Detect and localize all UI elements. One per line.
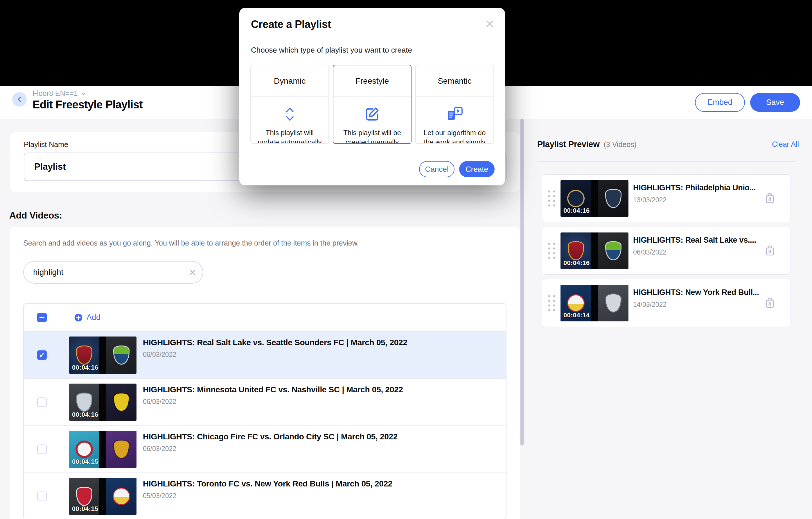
embed-button[interactable]: Embed xyxy=(695,93,745,112)
breadcrumb[interactable]: Floor8 EN==1 xyxy=(32,89,87,98)
preview-title: Playlist Preview xyxy=(537,139,600,149)
video-title: HIGHLIGHTS: Real Salt Lake vs. Seattle S… xyxy=(143,338,407,347)
video-row[interactable]: 00:04:15 HIGHLIGHTS: Chicago Fire FC vs.… xyxy=(24,426,506,472)
team-logo-left xyxy=(568,241,584,261)
row-checkbox[interactable] xyxy=(37,444,47,454)
plus-circle-icon xyxy=(74,313,83,322)
create-button[interactable]: Create xyxy=(459,161,495,177)
video-thumbnail: 00:04:15 xyxy=(69,478,137,515)
duration-badge: 00:04:15 xyxy=(72,505,98,513)
drag-handle-icon[interactable] xyxy=(548,190,556,206)
team-logo-right xyxy=(113,392,129,412)
preview-video-title: HIGHLIGHTS: Real Salt Lake vs.... xyxy=(633,236,756,245)
video-title: HIGHLIGHTS: Minnesota United FC vs. Nash… xyxy=(143,385,403,394)
option-label: Freestyle xyxy=(334,65,411,97)
add-label: Add xyxy=(87,313,100,322)
breadcrumb-label: Floor8 EN==1 xyxy=(32,89,78,98)
trash-icon xyxy=(764,191,776,204)
modal-title: Create a Playlist xyxy=(251,18,331,30)
add-videos-description: Search and add videos as you go along. Y… xyxy=(23,239,359,247)
team-logo-right xyxy=(113,488,130,505)
row-checkbox[interactable] xyxy=(37,491,47,501)
delete-button[interactable] xyxy=(764,296,776,310)
search-clear-icon[interactable] xyxy=(182,268,203,277)
video-row[interactable]: 00:04:16 HIGHLIGHTS: Minnesota United FC… xyxy=(24,378,506,426)
save-button[interactable]: Save xyxy=(750,93,800,112)
team-logo-right xyxy=(113,346,129,365)
team-logo-left xyxy=(76,440,93,458)
list-header: Add xyxy=(24,304,506,331)
chevron-down-icon xyxy=(80,90,87,97)
option-dynamic[interactable]: Dynamic This playlist will update automa… xyxy=(250,65,329,144)
modal-subtitle: Choose which type of playlist you want t… xyxy=(251,46,412,55)
option-label: Semantic xyxy=(416,65,493,97)
add-videos-card: Search and add videos as you go along. Y… xyxy=(9,227,520,519)
option-freestyle[interactable]: Freestyle This playlist will be created … xyxy=(333,65,411,144)
playlist-type-options: Dynamic This playlist will update automa… xyxy=(250,65,494,144)
video-search-input[interactable] xyxy=(24,268,182,277)
duration-badge: 00:04:16 xyxy=(563,207,589,215)
preview-video-date: 14/03/2022 xyxy=(633,301,667,309)
preview-video-date: 13/03/2022 xyxy=(633,196,667,204)
video-thumbnail: 00:04:16 xyxy=(560,233,629,269)
row-checkbox[interactable] xyxy=(37,350,47,360)
video-date: 06/03/2022 xyxy=(143,351,176,359)
add-videos-heading: Add Videos: xyxy=(9,210,62,221)
video-row[interactable]: 00:04:15 HIGHLIGHTS: Toronto FC vs. New … xyxy=(24,472,506,519)
clear-all-link[interactable]: Clear All xyxy=(772,140,799,148)
video-date: 06/03/2022 xyxy=(143,445,176,453)
preview-card: 00:04:16 HIGHLIGHTS: Real Salt Lake vs..… xyxy=(542,227,791,275)
video-results-list: Add 00:04:16 HIGHLIGHTS: Real Salt Lake … xyxy=(23,303,506,519)
duration-badge: 00:04:14 xyxy=(563,311,589,319)
video-thumbnail: 00:04:14 xyxy=(560,285,629,321)
team-logo-right xyxy=(605,189,621,208)
preview-count: (3 Videos) xyxy=(604,140,637,149)
video-title: HIGHLIGHTS: Toronto FC vs. New York Red … xyxy=(143,479,393,489)
page-title: Edit Freestyle Playlist xyxy=(32,99,143,111)
vertical-scrollbar[interactable] xyxy=(520,118,524,445)
divider xyxy=(537,161,796,162)
video-thumbnail: 00:04:15 xyxy=(69,431,137,468)
delete-button[interactable] xyxy=(764,191,776,206)
option-description: This playlist will be created manually f… xyxy=(339,128,406,144)
video-thumbnail: 00:04:16 xyxy=(560,180,629,217)
edit-square-icon xyxy=(339,104,406,124)
video-thumbnail: 00:04:16 xyxy=(69,336,137,374)
drag-handle-icon[interactable] xyxy=(548,295,556,311)
chevron-left-icon xyxy=(15,95,24,104)
trash-icon xyxy=(764,244,776,257)
team-logo-right xyxy=(605,241,621,261)
playlist-name-label: Playlist Name xyxy=(24,140,68,149)
option-semantic[interactable]: Semantic Let our algorithm do the work a… xyxy=(415,65,494,144)
preview-video-title: HIGHLIGHTS: New York Red Bull... xyxy=(633,288,759,297)
video-row[interactable]: 00:04:16 HIGHLIGHTS: Real Salt Lake vs. … xyxy=(24,331,506,378)
team-logo-left xyxy=(567,190,585,207)
cancel-button[interactable]: Cancel xyxy=(419,161,455,177)
team-logo-left xyxy=(76,487,92,506)
option-description: Let our algorithm do the work and simply… xyxy=(421,128,488,144)
video-thumbnail: 00:04:16 xyxy=(69,384,137,421)
video-date: 05/03/2022 xyxy=(143,492,176,500)
team-logo-right xyxy=(113,440,129,459)
option-label: Dynamic xyxy=(251,65,328,97)
preview-video-title: HIGHLIGHTS: Philadelphia Unio... xyxy=(633,183,756,192)
delete-button[interactable] xyxy=(764,244,776,258)
close-icon[interactable] xyxy=(484,18,495,30)
video-search-box xyxy=(23,261,203,283)
back-button[interactable] xyxy=(12,92,27,107)
preview-card: 00:04:16 HIGHLIGHTS: Philadelphia Unio..… xyxy=(542,174,791,222)
playlist-preview-panel: Playlist Preview (3 Videos) Clear All 00… xyxy=(537,139,799,517)
drag-handle-icon[interactable] xyxy=(548,243,556,258)
preview-card: 00:04:14 HIGHLIGHTS: New York Red Bull..… xyxy=(542,279,791,327)
select-all-checkbox[interactable] xyxy=(37,313,47,322)
row-checkbox[interactable] xyxy=(37,397,47,407)
duration-badge: 00:04:15 xyxy=(72,458,98,466)
duration-badge: 00:04:16 xyxy=(72,411,98,418)
add-selected-button[interactable]: Add xyxy=(74,313,100,322)
option-description: This playlist will update automatically … xyxy=(256,128,323,144)
team-logo-right xyxy=(605,294,621,313)
video-title: HIGHLIGHTS: Chicago Fire FC vs. Orlando … xyxy=(143,432,398,441)
preview-video-date: 06/03/2022 xyxy=(633,248,667,256)
team-logo-left xyxy=(567,294,585,312)
create-playlist-modal: Create a Playlist Choose which type of p… xyxy=(239,8,505,185)
